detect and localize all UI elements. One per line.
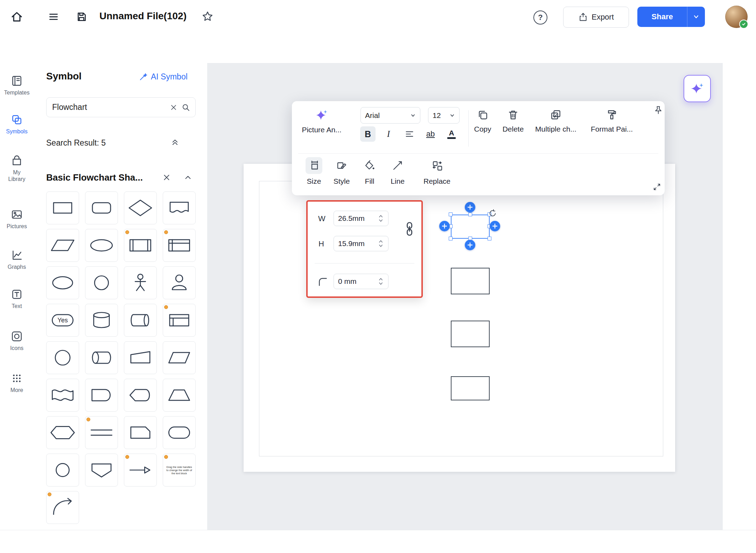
clear-icon[interactable] [169,103,178,112]
symbol-connector-circle[interactable] [46,341,79,374]
sidebar-item-more[interactable]: More [0,372,34,393]
collapse-all-button[interactable] [170,137,180,147]
format-painter-popup-button[interactable]: Format Pai... [590,109,634,133]
symbol-yes-terminator[interactable]: Yes [46,304,79,337]
symbol-rounded-rectangle[interactable] [85,191,118,224]
star-icon [202,10,214,22]
lock-ratio-button[interactable] [404,221,415,237]
canvas-rectangle[interactable] [451,268,490,294]
popup-resize-handle[interactable] [652,182,662,191]
add-shape-left-button[interactable] [439,221,450,231]
help-button[interactable]: ? [533,10,547,24]
popup-highlight-button[interactable]: ab [423,126,438,142]
symbol-ellipse[interactable] [46,266,79,299]
symbol-stick-figure[interactable] [124,266,157,299]
symbol-document[interactable] [163,191,196,224]
ai-symbol-button[interactable]: AI Symbol [139,72,188,82]
ai-assistant-button[interactable] [684,75,711,102]
popup-font-family-select[interactable]: Arial [360,107,420,124]
symbol-wave-banner[interactable] [46,379,79,412]
symbol-manual-operation[interactable] [163,341,196,374]
symbol-parallelogram[interactable] [46,229,79,262]
symbol-card-lines[interactable] [163,304,196,337]
symbol-predefined-process[interactable] [124,229,157,262]
symbol-database[interactable] [85,304,118,337]
rotate-handle[interactable] [488,209,497,218]
add-shape-bottom-button[interactable] [465,240,475,250]
symbol-delay[interactable] [85,379,118,412]
symbol-card[interactable] [124,416,157,449]
symbol-manual-input[interactable] [124,341,157,374]
radius-stepper[interactable] [378,277,383,286]
symbol-arrow-connector[interactable] [124,454,157,486]
symbol-user[interactable] [163,266,196,299]
canvas-rectangle[interactable] [451,376,490,400]
symbol-terminator[interactable] [85,229,118,262]
add-shape-top-button[interactable] [465,202,475,212]
tab-line[interactable]: Line [389,157,406,186]
sidebar-item-symbols[interactable]: Symbols [0,114,34,135]
symbol-text-block[interactable]: Drag the side handles to change the widt… [163,454,196,486]
popup-align-button[interactable] [402,126,417,142]
symbol-direct-access-storage[interactable] [124,304,157,337]
new-badge-dot [125,230,129,234]
multiple-choice-button[interactable]: Multiple ch... [534,109,578,133]
share-dropdown[interactable] [687,7,705,27]
add-shape-right-button[interactable] [490,221,500,231]
popup-italic-button[interactable]: I [381,126,396,142]
search-input[interactable] [51,102,166,112]
popup-font-color-button[interactable]: A [444,126,459,142]
symbol-small-circle[interactable] [46,454,79,486]
symbol-rectangle[interactable] [46,191,79,224]
resize-handle-se[interactable] [488,237,491,240]
canvas-rectangle[interactable] [451,321,490,347]
favorite-button[interactable] [202,10,214,22]
symbol-double-line[interactable] [85,416,118,449]
sidebar-item-templates[interactable]: Templates [0,75,34,96]
icons-icon [11,330,23,342]
sidebar-item-icons[interactable]: Icons [0,330,34,351]
selected-rectangle[interactable] [451,215,490,239]
popup-font-size-select[interactable]: 12 [428,107,460,124]
canvas[interactable]: Picture An... Arial 12 B I ab A Copy Del… [207,63,722,530]
symbol-off-page-connector[interactable] [85,454,118,486]
symbol-circle[interactable] [85,266,118,299]
symbol-decision[interactable] [124,191,157,224]
height-stepper[interactable] [378,239,383,248]
tab-style[interactable]: Style [333,157,350,186]
share-button[interactable]: Share [637,7,705,27]
section-collapse-button[interactable] [183,173,192,182]
symbol-horizontal-cylinder[interactable] [85,341,118,374]
sidebar-item-graphs[interactable]: Graphs [0,249,34,270]
search-icon[interactable] [181,103,190,112]
copy-button[interactable]: Copy [469,109,497,133]
symbol-curve[interactable] [46,491,79,524]
picture-analysis-button[interactable]: Picture An... [302,109,342,134]
resize-handle-n[interactable] [468,212,472,216]
tab-replace[interactable]: Replace [424,157,450,186]
sidebar-item-my-library[interactable]: My Library [0,155,34,182]
symbol-display[interactable] [124,379,157,412]
save-icon [76,11,88,23]
tab-fill[interactable]: Fill [361,157,378,186]
tab-size[interactable]: Size [306,157,322,186]
menu-button[interactable] [48,11,59,23]
popup-bold-button[interactable]: B [360,126,376,142]
section-remove-button[interactable] [162,173,171,182]
internal-storage-shape [164,231,194,260]
avatar[interactable] [725,6,748,28]
home-button[interactable] [10,10,23,23]
symbol-internal-storage[interactable] [163,229,196,262]
export-button[interactable]: Export [563,7,629,28]
sidebar-item-text[interactable]: Text [0,288,34,309]
symbol-trapezoid[interactable] [163,379,196,412]
width-stepper[interactable] [378,214,383,223]
save-button[interactable] [76,11,88,23]
symbol-hexagon[interactable] [46,416,79,449]
delete-button[interactable]: Delete [498,109,528,133]
pin-button[interactable] [653,105,663,115]
resize-handle-sw[interactable] [449,237,453,240]
sidebar-item-pictures[interactable]: Pictures [0,209,34,230]
resize-handle-nw[interactable] [449,212,453,216]
symbol-pill[interactable] [163,416,196,449]
